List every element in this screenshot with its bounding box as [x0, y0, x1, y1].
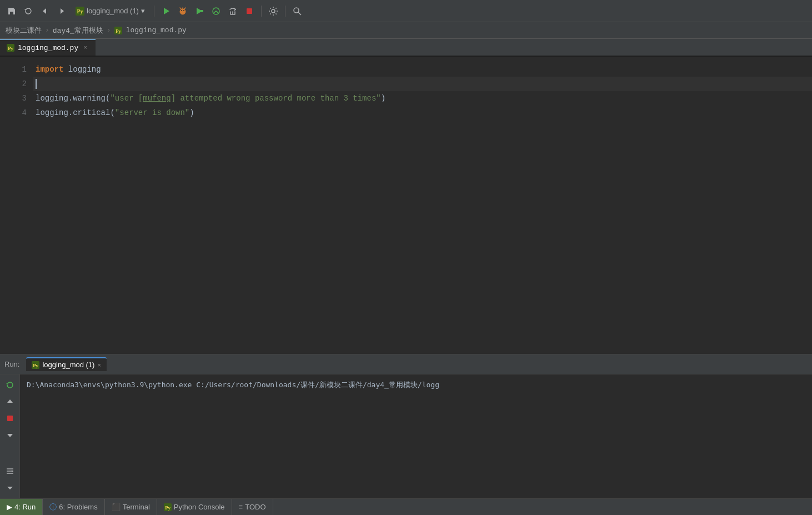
editor-main: 1 2 3 4 import logging logging.warning("…	[0, 57, 812, 354]
run-label: Run:	[4, 360, 19, 368]
stop-icon[interactable]	[242, 4, 257, 18]
line-num-1: 1	[0, 62, 27, 77]
code-content[interactable]: import logging logging.warning("user [mu…	[33, 57, 812, 354]
svg-point-4	[181, 10, 182, 11]
step-over-icon[interactable]	[225, 4, 240, 18]
svg-text:Py: Py	[33, 362, 39, 368]
terminal-icon: ⬛	[112, 503, 121, 511]
reload-icon[interactable]	[21, 4, 36, 18]
status-item-problems[interactable]: ⓘ 6: Problems	[43, 499, 104, 515]
breadcrumb: 模块二课件 › day4_常用模块 › Py logging_mod.py	[0, 22, 812, 39]
editor-tab-label: logging_mod.py	[18, 44, 78, 52]
svg-text:Py: Py	[77, 8, 83, 14]
run-status-icon: ▶	[7, 503, 12, 511]
todo-icon: ≡	[239, 503, 243, 511]
code-line-3: logging.warning("user [mufeng] attempted…	[33, 91, 812, 106]
breadcrumb-sep-1: ›	[45, 26, 49, 34]
problems-label: 6: Problems	[59, 503, 97, 511]
svg-text:Py: Py	[8, 46, 13, 51]
debug-icon[interactable]	[176, 4, 190, 18]
code-paren-1: )	[381, 94, 385, 103]
line-numbers: 1 2 3 4	[0, 57, 33, 354]
status-item-terminal[interactable]: ⬛ Terminal	[105, 499, 157, 515]
toolbar: Py logging_mod (1) ▾	[0, 0, 812, 22]
breadcrumb-item-1[interactable]: 模块二课件	[6, 26, 42, 36]
todo-label: TODO	[245, 503, 265, 511]
code-str-critical: "server is down"	[115, 108, 189, 117]
editor-tab-logging-mod[interactable]: Py logging_mod.py ×	[0, 39, 96, 56]
code-line-1: import logging	[33, 62, 812, 77]
run-output-line-1: D:\Anaconda3\envs\python3.9\python.exe C…	[27, 379, 805, 391]
run-config-button[interactable]: Py logging_mod (1) ▾	[71, 5, 149, 17]
forward-icon[interactable]	[54, 4, 69, 18]
cursor	[36, 79, 37, 89]
svg-point-3	[180, 9, 186, 14]
code-fn-critical: logging.critical(	[36, 108, 115, 117]
run-output: D:\Anaconda3\envs\python3.9\python.exe C…	[20, 374, 812, 498]
breadcrumb-sep-2: ›	[107, 26, 111, 34]
code-plain-1: logging	[63, 65, 101, 74]
run-side-toolbar	[0, 374, 20, 498]
problems-icon: ⓘ	[49, 502, 57, 512]
toolbar-sep-2	[261, 6, 262, 17]
status-item-python-console[interactable]: Py Python Console	[157, 499, 232, 515]
editor-tabs: Py logging_mod.py ×	[0, 39, 812, 57]
run-panel-header: Run: Py logging_mod (1) ×	[0, 354, 812, 374]
run-tab-label: logging_mod (1)	[42, 361, 94, 369]
code-str-warning: "user [mufeng] attempted wrong password …	[110, 94, 380, 103]
line-num-4: 4	[0, 106, 27, 120]
python-console-label: Python Console	[174, 503, 225, 511]
svg-rect-9	[247, 8, 252, 14]
svg-text:Py: Py	[165, 504, 171, 510]
status-item-todo[interactable]: ≡ TODO	[232, 499, 273, 515]
run-panel: Run: Py logging_mod (1) ×	[0, 354, 812, 498]
run-scroll-up-icon[interactable]	[3, 394, 17, 409]
svg-marker-2	[164, 8, 169, 14]
run-tab-close[interactable]: ×	[97, 362, 101, 368]
run-tab-logging-mod[interactable]: Py logging_mod (1) ×	[26, 357, 106, 371]
profile-icon[interactable]	[209, 4, 223, 18]
toolbar-sep-1	[154, 6, 154, 17]
run-coverage-icon[interactable]	[192, 4, 207, 18]
run-stop-icon[interactable]	[3, 411, 17, 426]
svg-point-10	[272, 9, 275, 13]
svg-line-12	[298, 12, 301, 15]
svg-rect-19	[7, 416, 13, 421]
run-more-icon[interactable]	[3, 481, 17, 495]
run-config-arrow: ▾	[141, 7, 145, 15]
code-paren-2: )	[189, 108, 194, 117]
status-item-run[interactable]: ▶ 4: Run	[0, 499, 43, 515]
line-num-3: 3	[0, 91, 27, 106]
keyword-import: import	[36, 65, 63, 74]
back-icon[interactable]	[38, 4, 52, 18]
status-bar: ▶ 4: Run ⓘ 6: Problems ⬛ Terminal Py Pyt…	[0, 498, 812, 515]
breadcrumb-item-2[interactable]: day4_常用模块	[53, 26, 103, 36]
settings-icon[interactable]	[266, 4, 280, 18]
run-config-label: logging_mod (1)	[87, 7, 139, 15]
run-panel-body: D:\Anaconda3\envs\python3.9\python.exe C…	[0, 374, 812, 498]
toolbar-sep-3	[285, 6, 285, 17]
save-icon[interactable]	[4, 4, 19, 18]
code-line-2	[33, 77, 812, 91]
editor-tab-close[interactable]: ×	[82, 44, 89, 52]
svg-rect-7	[201, 10, 203, 12]
line-num-2: 2	[0, 77, 27, 91]
code-fn-warning: logging.warning(	[36, 94, 110, 103]
editor-area: 1 2 3 4 import logging logging.warning("…	[0, 57, 812, 354]
code-line-4: logging.critical("server is down")	[33, 106, 812, 120]
run-status-label: 4: Run	[14, 503, 36, 511]
svg-text:Py: Py	[116, 28, 121, 33]
svg-point-11	[294, 8, 299, 13]
run-scroll-down-icon[interactable]	[3, 428, 17, 442]
run-output-text: D:\Anaconda3\envs\python3.9\python.exe C…	[27, 381, 439, 389]
search-icon[interactable]	[290, 4, 304, 18]
svg-point-5	[183, 10, 184, 11]
terminal-label: Terminal	[123, 503, 150, 511]
run-dump-icon[interactable]	[3, 464, 17, 478]
run-button[interactable]	[159, 4, 173, 18]
run-rerun-icon[interactable]	[3, 378, 17, 392]
breadcrumb-item-3[interactable]: Py logging_mod.py	[114, 26, 187, 34]
